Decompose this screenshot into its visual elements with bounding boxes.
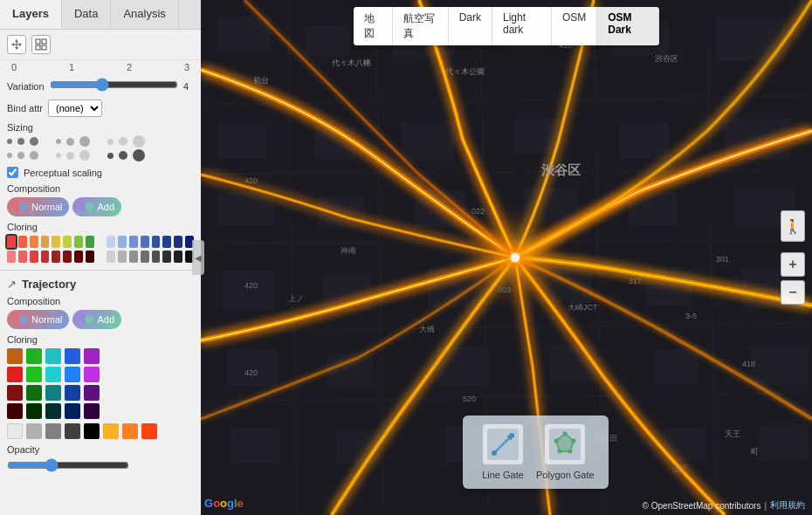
traj-swatch-sp-6[interactable]: [103, 423, 119, 439]
svg-rect-31: [402, 122, 454, 161]
map-btn-dark[interactable]: Dark: [449, 7, 492, 45]
traj-swatch-sp-5[interactable]: [84, 423, 100, 439]
swatch-1-8[interactable]: [86, 236, 94, 248]
swatch-2-15[interactable]: [174, 251, 182, 263]
swatch-1-13[interactable]: [152, 236, 161, 248]
traj-swatch-2-4[interactable]: [65, 367, 80, 382]
traj-swatch-4-2[interactable]: [26, 403, 42, 419]
swatch-2-7[interactable]: [74, 251, 83, 263]
dot-s13: [56, 153, 61, 158]
gate-label-polygon: Polygon Gate: [536, 470, 595, 480]
map-btn-osmdark[interactable]: OSM Dark: [597, 7, 659, 45]
tab-layers[interactable]: Layers: [0, 0, 62, 29]
opacity-slider[interactable]: [7, 458, 129, 472]
swatch-1-5[interactable]: [52, 236, 60, 248]
swatch-2-1[interactable]: [7, 251, 16, 263]
map-btn-koukuushashin[interactable]: 航空写真: [393, 7, 449, 45]
svg-point-62: [511, 253, 520, 262]
traj-swatch-3-3[interactable]: [45, 385, 61, 401]
swatch-1-2[interactable]: [18, 236, 27, 248]
swatch-2-11[interactable]: [129, 251, 138, 263]
traj-swatch-1-2[interactable]: [26, 348, 42, 364]
traj-swatch-3-5[interactable]: [84, 385, 100, 401]
zoom-out-btn[interactable]: −: [781, 280, 805, 305]
traj-swatch-sp-3[interactable]: [45, 423, 61, 439]
traj-swatch-2-3[interactable]: [45, 367, 61, 382]
swatch-1-9[interactable]: [107, 236, 115, 248]
swatch-1-1[interactable]: [7, 236, 16, 248]
swatch-1-10[interactable]: [118, 236, 127, 248]
swatch-1-15[interactable]: [174, 236, 182, 248]
traj-swatch-3-1[interactable]: [7, 385, 23, 401]
traj-swatch-4-3[interactable]: [45, 403, 61, 419]
swatch-2-6[interactable]: [63, 251, 72, 263]
swatch-2-10[interactable]: [118, 251, 127, 263]
traj-comp-pill-normal[interactable]: Normal: [7, 310, 69, 329]
swatch-2-3[interactable]: [30, 251, 38, 263]
tab-data[interactable]: Data: [62, 0, 111, 29]
traj-swatch-2-5[interactable]: [84, 367, 100, 382]
comp-pill-normal[interactable]: Normal: [7, 197, 69, 216]
svg-point-95: [572, 439, 576, 443]
swatch-2-9[interactable]: [107, 251, 115, 263]
traj-swatch-2-2[interactable]: [26, 367, 42, 382]
traj-swatch-sp-2[interactable]: [26, 423, 42, 439]
variation-slider[interactable]: [50, 78, 178, 92]
swatch-1-3[interactable]: [30, 236, 38, 248]
traj-swatch-3-2[interactable]: [26, 385, 42, 401]
swatch-1-4[interactable]: [41, 236, 50, 248]
svg-rect-50: [550, 345, 598, 381]
swatch-1-11[interactable]: [129, 236, 138, 248]
gate-item-line[interactable]: Line Gate: [477, 424, 529, 480]
traj-swatch-3-4[interactable]: [65, 385, 80, 401]
traj-swatch-sp-7[interactable]: [122, 423, 138, 439]
traj-swatch-1-1[interactable]: [7, 348, 23, 364]
trajectory-icon: ↗: [7, 278, 17, 291]
layer-icon-btn-2[interactable]: [31, 35, 51, 54]
swatch-2-14[interactable]: [162, 251, 171, 263]
layer-icon-btn-1[interactable]: [7, 35, 26, 54]
dot-s9: [133, 135, 145, 148]
perceptual-scaling-checkbox[interactable]: [7, 167, 18, 178]
traj-swatch-2-1[interactable]: [7, 367, 23, 382]
traj-swatch-sp-4[interactable]: [65, 423, 80, 439]
svg-rect-23: [218, 17, 271, 52]
collapse-handle[interactable]: ◀: [192, 240, 204, 275]
traj-swatch-sp-1[interactable]: [7, 423, 23, 439]
variation-value: 4: [183, 81, 194, 92]
zoom-in-btn[interactable]: +: [781, 252, 805, 277]
comp-pill-add[interactable]: Add: [72, 197, 121, 216]
map-btn-chizu[interactable]: 地図: [354, 7, 393, 45]
traj-swatch-4-5[interactable]: [84, 403, 100, 419]
divider-1: [0, 270, 201, 271]
svg-text:003: 003: [498, 285, 511, 294]
person-btn[interactable]: 🚶: [781, 210, 805, 242]
traj-swatch-1-3[interactable]: [45, 348, 61, 364]
traj-swatch-sp-8[interactable]: [141, 423, 157, 439]
dot-label-3: 3: [180, 62, 194, 72]
swatch-2-8[interactable]: [86, 251, 94, 263]
attribution-link[interactable]: 利用規約: [770, 499, 805, 512]
swatch-2-5[interactable]: [52, 251, 60, 263]
swatch-2-13[interactable]: [152, 251, 161, 263]
dot-s7: [107, 139, 114, 145]
bind-attr-select[interactable]: (none): [48, 100, 102, 117]
traj-swatch-1-4[interactable]: [65, 348, 80, 364]
tab-analysis[interactable]: Analysis: [111, 0, 178, 29]
svg-point-96: [568, 450, 573, 454]
swatch-1-7[interactable]: [74, 236, 83, 248]
gate-item-polygon[interactable]: Polygon Gate: [536, 424, 595, 480]
swatch-2-12[interactable]: [141, 251, 149, 263]
color-palettes: [0, 234, 201, 266]
swatch-1-12[interactable]: [141, 236, 149, 248]
swatch-1-6[interactable]: [63, 236, 72, 248]
traj-swatch-4-4[interactable]: [65, 403, 80, 419]
traj-comp-pill-add[interactable]: Add: [72, 310, 121, 329]
swatch-2-4[interactable]: [41, 251, 50, 263]
swatch-2-2[interactable]: [18, 251, 27, 263]
map-btn-osm[interactable]: OSM: [552, 7, 597, 45]
swatch-1-14[interactable]: [162, 236, 171, 248]
map-btn-lightdark[interactable]: Light dark: [492, 7, 552, 45]
traj-swatch-4-1[interactable]: [7, 403, 23, 419]
traj-swatch-1-5[interactable]: [84, 348, 100, 364]
